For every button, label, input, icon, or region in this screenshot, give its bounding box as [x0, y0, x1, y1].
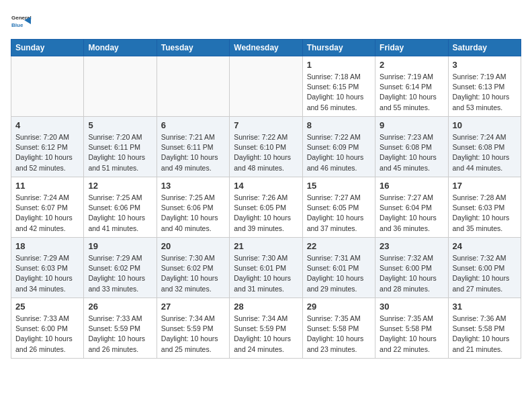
weekday-header-sunday: Sunday [11, 40, 84, 56]
day-cell: 8Sunrise: 7:22 AMSunset: 6:09 PMDaylight… [302, 117, 375, 177]
day-number: 31 [453, 302, 517, 312]
day-cell: 29Sunrise: 7:35 AMSunset: 5:58 PMDayligh… [302, 298, 375, 359]
day-cell: 26Sunrise: 7:33 AMSunset: 5:59 PMDayligh… [84, 298, 157, 359]
day-number: 12 [88, 181, 152, 191]
day-cell: 20Sunrise: 7:30 AMSunset: 6:02 PMDayligh… [157, 238, 229, 298]
day-cell: 2Sunrise: 7:19 AMSunset: 6:14 PMDaylight… [375, 56, 448, 117]
weekday-header-monday: Monday [84, 40, 157, 56]
day-number: 8 [307, 120, 371, 130]
weekday-header-tuesday: Tuesday [157, 40, 229, 56]
day-cell: 15Sunrise: 7:27 AMSunset: 6:05 PMDayligh… [302, 177, 375, 238]
day-number: 17 [453, 181, 517, 191]
day-info: Sunrise: 7:24 AMSunset: 6:08 PMDaylight:… [453, 132, 517, 173]
day-info: Sunrise: 7:35 AMSunset: 5:58 PMDaylight:… [307, 314, 371, 355]
svg-text:Blue: Blue [11, 22, 24, 28]
day-cell: 6Sunrise: 7:21 AMSunset: 6:11 PMDaylight… [157, 117, 229, 177]
day-info: Sunrise: 7:28 AMSunset: 6:03 PMDaylight:… [453, 193, 517, 234]
day-number: 18 [15, 241, 79, 251]
day-cell: 9Sunrise: 7:23 AMSunset: 6:08 PMDaylight… [375, 117, 448, 177]
day-number: 30 [380, 302, 443, 312]
day-number: 7 [234, 120, 298, 130]
day-number: 28 [234, 302, 298, 312]
day-cell [230, 56, 302, 117]
day-info: Sunrise: 7:19 AMSunset: 6:14 PMDaylight:… [380, 72, 443, 113]
day-cell [157, 56, 229, 117]
weekday-header-friday: Friday [375, 40, 448, 56]
day-number: 4 [15, 120, 79, 130]
day-info: Sunrise: 7:30 AMSunset: 6:01 PMDaylight:… [234, 253, 298, 294]
day-info: Sunrise: 7:33 AMSunset: 6:00 PMDaylight:… [15, 314, 79, 355]
day-number: 6 [161, 120, 225, 130]
day-info: Sunrise: 7:20 AMSunset: 6:11 PMDaylight:… [88, 132, 152, 173]
day-number: 3 [453, 60, 517, 70]
day-number: 24 [453, 241, 517, 251]
day-cell: 30Sunrise: 7:35 AMSunset: 5:58 PMDayligh… [375, 298, 448, 359]
calendar-table: SundayMondayTuesdayWednesdayThursdayFrid… [11, 39, 521, 359]
day-info: Sunrise: 7:24 AMSunset: 6:07 PMDaylight:… [15, 193, 79, 234]
day-info: Sunrise: 7:20 AMSunset: 6:12 PMDaylight:… [15, 132, 79, 173]
logo-graphic: General Blue [11, 11, 32, 32]
day-info: Sunrise: 7:19 AMSunset: 6:13 PMDaylight:… [453, 72, 517, 113]
day-info: Sunrise: 7:32 AMSunset: 6:00 PMDaylight:… [380, 253, 443, 294]
day-number: 23 [380, 241, 443, 251]
day-number: 15 [307, 181, 371, 191]
week-row-4: 18Sunrise: 7:29 AMSunset: 6:03 PMDayligh… [11, 238, 521, 298]
day-cell: 10Sunrise: 7:24 AMSunset: 6:08 PMDayligh… [448, 117, 521, 177]
day-info: Sunrise: 7:29 AMSunset: 6:03 PMDaylight:… [15, 253, 79, 294]
day-info: Sunrise: 7:26 AMSunset: 6:05 PMDaylight:… [234, 193, 298, 234]
day-number: 5 [88, 120, 152, 130]
week-row-1: 1Sunrise: 7:18 AMSunset: 6:15 PMDaylight… [11, 56, 521, 117]
day-info: Sunrise: 7:31 AMSunset: 6:01 PMDaylight:… [307, 253, 371, 294]
page-header: General Blue [11, 11, 521, 32]
day-info: Sunrise: 7:25 AMSunset: 6:06 PMDaylight:… [161, 193, 225, 234]
day-cell: 3Sunrise: 7:19 AMSunset: 6:13 PMDaylight… [448, 56, 521, 117]
day-cell: 24Sunrise: 7:32 AMSunset: 6:00 PMDayligh… [448, 238, 521, 298]
day-cell: 16Sunrise: 7:27 AMSunset: 6:04 PMDayligh… [375, 177, 448, 238]
day-number: 20 [161, 241, 225, 251]
day-cell: 17Sunrise: 7:28 AMSunset: 6:03 PMDayligh… [448, 177, 521, 238]
day-info: Sunrise: 7:34 AMSunset: 5:59 PMDaylight:… [161, 314, 225, 355]
day-cell: 18Sunrise: 7:29 AMSunset: 6:03 PMDayligh… [11, 238, 84, 298]
week-row-2: 4Sunrise: 7:20 AMSunset: 6:12 PMDaylight… [11, 117, 521, 177]
day-number: 26 [88, 302, 152, 312]
weekday-header-thursday: Thursday [302, 40, 375, 56]
day-cell: 31Sunrise: 7:36 AMSunset: 5:58 PMDayligh… [448, 298, 521, 359]
day-cell: 22Sunrise: 7:31 AMSunset: 6:01 PMDayligh… [302, 238, 375, 298]
day-number: 14 [234, 181, 298, 191]
day-number: 16 [380, 181, 443, 191]
day-number: 13 [161, 181, 225, 191]
logo: General Blue [11, 11, 32, 32]
day-number: 22 [307, 241, 371, 251]
day-number: 29 [307, 302, 371, 312]
day-cell: 1Sunrise: 7:18 AMSunset: 6:15 PMDaylight… [302, 56, 375, 117]
day-info: Sunrise: 7:29 AMSunset: 6:02 PMDaylight:… [88, 253, 152, 294]
day-number: 21 [234, 241, 298, 251]
day-info: Sunrise: 7:33 AMSunset: 5:59 PMDaylight:… [88, 314, 152, 355]
day-cell: 11Sunrise: 7:24 AMSunset: 6:07 PMDayligh… [11, 177, 84, 238]
day-cell: 28Sunrise: 7:34 AMSunset: 5:59 PMDayligh… [230, 298, 302, 359]
day-info: Sunrise: 7:27 AMSunset: 6:04 PMDaylight:… [380, 193, 443, 234]
day-number: 25 [15, 302, 79, 312]
weekday-header-row: SundayMondayTuesdayWednesdayThursdayFrid… [11, 40, 521, 56]
day-cell [11, 56, 84, 117]
day-cell: 4Sunrise: 7:20 AMSunset: 6:12 PMDaylight… [11, 117, 84, 177]
day-info: Sunrise: 7:21 AMSunset: 6:11 PMDaylight:… [161, 132, 225, 173]
day-cell: 5Sunrise: 7:20 AMSunset: 6:11 PMDaylight… [84, 117, 157, 177]
day-cell: 25Sunrise: 7:33 AMSunset: 6:00 PMDayligh… [11, 298, 84, 359]
day-number: 2 [380, 60, 443, 70]
day-info: Sunrise: 7:22 AMSunset: 6:09 PMDaylight:… [307, 132, 371, 173]
day-info: Sunrise: 7:30 AMSunset: 6:02 PMDaylight:… [161, 253, 225, 294]
weekday-header-saturday: Saturday [448, 40, 521, 56]
day-info: Sunrise: 7:32 AMSunset: 6:00 PMDaylight:… [453, 253, 517, 294]
day-info: Sunrise: 7:22 AMSunset: 6:10 PMDaylight:… [234, 132, 298, 173]
day-info: Sunrise: 7:18 AMSunset: 6:15 PMDaylight:… [307, 72, 371, 113]
week-row-5: 25Sunrise: 7:33 AMSunset: 6:00 PMDayligh… [11, 298, 521, 359]
day-info: Sunrise: 7:34 AMSunset: 5:59 PMDaylight:… [234, 314, 298, 355]
day-cell: 14Sunrise: 7:26 AMSunset: 6:05 PMDayligh… [230, 177, 302, 238]
week-row-3: 11Sunrise: 7:24 AMSunset: 6:07 PMDayligh… [11, 177, 521, 238]
day-cell: 19Sunrise: 7:29 AMSunset: 6:02 PMDayligh… [84, 238, 157, 298]
day-cell: 21Sunrise: 7:30 AMSunset: 6:01 PMDayligh… [230, 238, 302, 298]
day-cell: 23Sunrise: 7:32 AMSunset: 6:00 PMDayligh… [375, 238, 448, 298]
weekday-header-wednesday: Wednesday [230, 40, 302, 56]
day-number: 1 [307, 60, 371, 70]
